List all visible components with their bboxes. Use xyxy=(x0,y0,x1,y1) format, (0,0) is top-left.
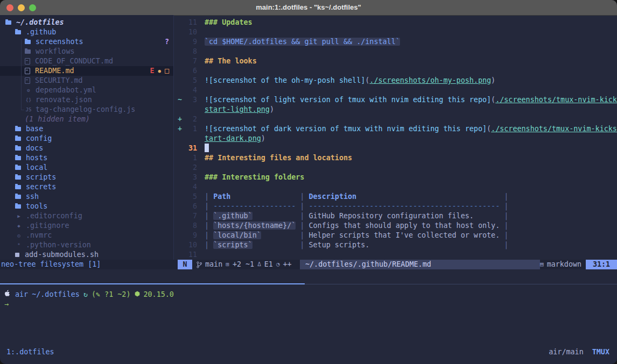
tmux-session-name: air/main xyxy=(549,347,584,357)
apple-icon xyxy=(4,290,10,299)
tree-item-renovate-json[interactable]: {}renovate.json xyxy=(0,95,173,105)
editor-line[interactable]: 31 xyxy=(178,144,617,153)
tree-item-label: hosts xyxy=(26,153,47,163)
prompt-char[interactable]: → xyxy=(4,299,9,309)
neo-tree-sidebar: ~/.dotfiles.githubscreenshots?workflowsC… xyxy=(0,15,173,260)
editor-line[interactable]: 3### Interesting folders xyxy=(178,173,617,182)
syntax-url: ./screenshots/oh-my-posh.png xyxy=(369,76,491,84)
line-text: | Path | Description | xyxy=(205,192,508,202)
line-number: 4 xyxy=(185,182,197,192)
zoom-button[interactable] xyxy=(29,4,36,11)
tree-item-hosts[interactable]: hosts xyxy=(0,153,173,163)
line-number: 5 xyxy=(185,76,197,85)
syntax-fg: Helper scripts that I've collected or wr… xyxy=(309,231,500,239)
tree-item-badges: E●□ xyxy=(150,66,169,76)
tree-item-scripts[interactable]: scripts xyxy=(0,173,173,182)
neotree-statusline: neo-tree filesystem [1] xyxy=(1,260,101,269)
editor-line[interactable]: 7| `.github` | GitHub Repository configu… xyxy=(178,211,617,221)
folder-icon xyxy=(15,185,21,189)
syntax-dash: ------------------- xyxy=(213,202,296,210)
tree-item-tag-changelog-config-js[interactable]: JStag-changelog-config.js xyxy=(0,105,173,115)
editor-line[interactable]: 9`cd $HOME/.dotfiles && git pull && ./in… xyxy=(178,37,617,47)
tmux-pane-divider[interactable] xyxy=(305,284,617,284)
folder-open-icon xyxy=(5,20,11,25)
editor-line[interactable]: 5| Path | Description | xyxy=(178,192,617,202)
editor-line[interactable]: 10| `scripts` | Setup scripts. | xyxy=(178,240,617,250)
gutter-sign: ~ xyxy=(178,95,185,105)
close-button[interactable] xyxy=(6,4,13,11)
editor-line[interactable]: 11### Updates xyxy=(178,18,617,27)
tree-item-nvmrc[interactable]: ◎.nvmrc xyxy=(0,231,173,240)
mode-indicator: N xyxy=(178,260,192,269)
tree-item-github[interactable]: .github xyxy=(0,27,173,37)
line-number: 9 xyxy=(185,37,197,47)
editor-line[interactable]: 2 xyxy=(178,163,617,173)
tmux-window-item[interactable]: 1:.dotfiles xyxy=(6,347,54,357)
editor-line[interactable]: 1## Interesting files and locations xyxy=(178,153,617,163)
editor-line[interactable]: 5![screenshot of the oh-my-posh shell](.… xyxy=(178,76,617,85)
prompt-hostname: air xyxy=(15,290,28,299)
line-number: 31 xyxy=(185,144,197,153)
tree-item-code-of-conduct-md[interactable]: CODE_OF_CONDUCT.md xyxy=(0,56,173,66)
tree-item-docs[interactable]: docs xyxy=(0,144,173,153)
tree-item-label: tools xyxy=(26,202,47,211)
editor-line[interactable]: +2 xyxy=(178,115,617,124)
editor-line[interactable]: 10 xyxy=(178,27,617,37)
text-cursor xyxy=(205,144,209,152)
prompt-node-version: 20.15.0 xyxy=(144,290,174,299)
syntax-tbl: | xyxy=(296,202,308,210)
tree-item-label: SECURITY.md xyxy=(35,76,83,85)
tree-item-base[interactable]: base xyxy=(0,124,173,134)
hex-icon: ◎ xyxy=(15,231,23,240)
editor-buffer: 11### Updates109`cd $HOME/.dotfiles && g… xyxy=(178,18,617,260)
tree-item-secrets[interactable]: secrets xyxy=(0,182,173,192)
diff-icon: ⊞ xyxy=(226,260,229,269)
editor-line[interactable]: +1![screenshot of dark version of tmux w… xyxy=(178,124,617,134)
tree-item-dependabot-yml[interactable]: ⚙dependabot.yml xyxy=(0,85,173,95)
tmux-pane-divider-active[interactable] xyxy=(0,283,305,284)
tree-item-dotfiles[interactable]: ~/.dotfiles xyxy=(0,18,173,27)
tree-item-ssh[interactable]: ssh xyxy=(0,192,173,202)
editor-line[interactable]: 4 xyxy=(178,182,617,192)
editor-line[interactable]: 6 xyxy=(178,66,617,76)
tree-item-readme-md[interactable]: README.mdE●□ xyxy=(0,66,173,76)
line-number: 3 xyxy=(185,95,197,105)
tree-item-editorconfig[interactable]: ▶.editorconfig xyxy=(0,211,173,221)
tree-item-tools[interactable]: tools xyxy=(0,202,173,211)
editor-line[interactable]: 6| ------------------- | ---------------… xyxy=(178,202,617,211)
editor-line[interactable]: 9| `local/bin` | Helper scripts that I'v… xyxy=(178,231,617,240)
tree-item-label: .python-version xyxy=(26,240,91,250)
tree-item-python-version[interactable]: *.python-version xyxy=(0,240,173,250)
tree-indent-guide xyxy=(21,39,22,110)
syntax-tbl: | xyxy=(205,222,213,230)
minimize-button[interactable] xyxy=(18,4,25,11)
tree-item-config[interactable]: config xyxy=(0,134,173,144)
editor-line[interactable]: ~3![screenshot of light version of tmux … xyxy=(178,95,617,105)
editor-line[interactable]: 4 xyxy=(178,85,617,95)
editor-line[interactable]: start-light.png) xyxy=(178,105,617,115)
pane-separator-vertical[interactable] xyxy=(173,15,174,260)
diamond-icon: ◆ xyxy=(15,221,23,231)
tree-item-1-hidden-item[interactable]: (1 hidden item) xyxy=(0,115,173,124)
line-number: 10 xyxy=(185,27,197,37)
tree-item-workflows[interactable]: workflows xyxy=(0,47,173,56)
tree-item-screenshots[interactable]: screenshots? xyxy=(0,37,173,47)
folder-icon xyxy=(15,137,21,141)
tree-item-local[interactable]: local xyxy=(0,163,173,173)
editor-line[interactable]: 11 xyxy=(178,250,617,260)
syntax-url: ./screenshots/tmux-nvim-kicks xyxy=(491,125,617,133)
editor-line[interactable]: 8| `hosts/{hostname}/` | Configs that sh… xyxy=(178,221,617,231)
tree-item-add-submodules-sh[interactable]: add-submodules.sh xyxy=(0,250,173,260)
syntax-code2: `hosts/{hostname}/` xyxy=(213,222,296,230)
editor-line[interactable]: tart-dark.png) xyxy=(178,134,617,144)
folder-open-icon xyxy=(15,30,21,34)
line-number: 8 xyxy=(185,221,197,231)
syntax-txt: ![screenshot of light version of tmux wi… xyxy=(205,96,491,104)
git-diff: +2 ~1 xyxy=(233,260,254,269)
editor-line[interactable]: 7## The looks xyxy=(178,56,617,66)
tree-item-label: .github xyxy=(26,27,56,37)
tree-item-gitignore[interactable]: ◆.gitignore xyxy=(0,221,173,231)
statusline: neo-tree filesystem [1] N main ⊞ +2 ~1 Δ… xyxy=(0,260,617,269)
tree-item-security-md[interactable]: SECURITY.md xyxy=(0,76,173,85)
editor-line[interactable]: 8 xyxy=(178,47,617,56)
